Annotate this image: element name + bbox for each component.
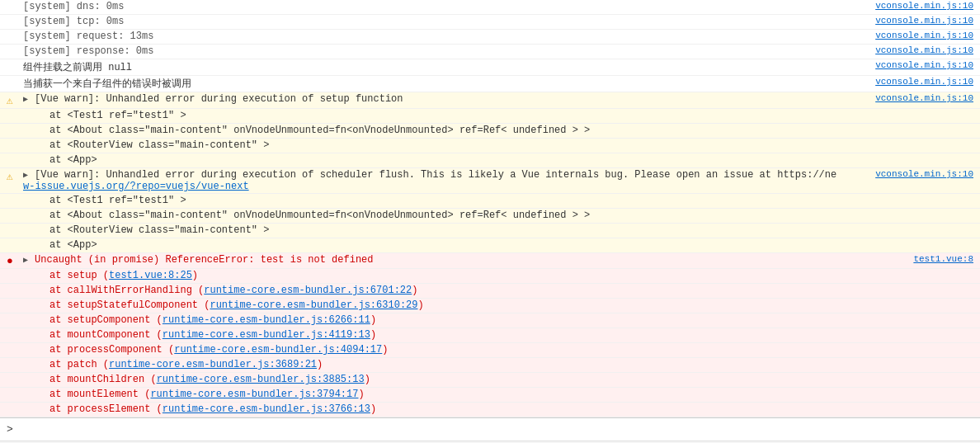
log-line: at callWithErrorHandling (runtime-core.e…: [0, 284, 980, 299]
log-source[interactable]: vconsole.min.js:10: [875, 1, 973, 11]
log-line: at setup (test1.vue:8:25): [0, 269, 980, 284]
log-link[interactable]: runtime-core.esm-bundler.js:6310:29: [210, 299, 417, 311]
log-line: at mountElement (runtime-core.esm-bundle…: [0, 388, 980, 403]
log-content: at <App>: [23, 154, 973, 166]
log-content: at <RouterView class="main-content" >: [23, 139, 973, 151]
log-source[interactable]: vconsole.min.js:10: [875, 93, 973, 103]
input-caret: >: [7, 423, 13, 436]
error-title: ▶ Uncaught (in promise) ReferenceError: …: [23, 254, 374, 266]
log-content: 组件挂载之前调用 null: [23, 60, 869, 74]
log-line: [system] response: 0msvconsole.min.js:10: [0, 45, 980, 59]
log-line: at setupComponent (runtime-core.esm-bund…: [0, 313, 980, 328]
log-line: ⚠▶ [Vue warn]: Unhandled error during ex…: [0, 92, 980, 109]
expand-arrow[interactable]: ▶: [23, 171, 33, 180]
input-line[interactable]: >: [0, 417, 980, 441]
log-line: at <App>: [0, 153, 980, 168]
log-source[interactable]: vconsole.min.js:10: [875, 31, 973, 40]
log-source[interactable]: vconsole.min.js:10: [875, 16, 973, 26]
log-content: at callWithErrorHandling (runtime-core.e…: [23, 285, 973, 296]
console-container: [system] dns: 0msvconsole.min.js:10[syst…: [0, 0, 980, 443]
log-content: at mountElement (runtime-core.esm-bundle…: [23, 389, 973, 400]
log-content: ▶ [Vue warn]: Unhandled error during exe…: [23, 169, 869, 192]
log-line: at processComponent (runtime-core.esm-bu…: [0, 343, 980, 358]
log-link[interactable]: runtime-core.esm-bundler.js:3766:13: [163, 403, 370, 415]
log-content: at patch (runtime-core.esm-bundler.js:36…: [23, 359, 973, 370]
log-link[interactable]: runtime-core.esm-bundler.js:6701:22: [204, 285, 412, 296]
log-line: at processElement (runtime-core.esm-bund…: [0, 403, 980, 417]
log-content: 当捕获一个来自子组件的错误时被调用: [23, 77, 869, 91]
log-source[interactable]: vconsole.min.js:10: [875, 60, 973, 70]
extra-link[interactable]: w-issue.vuejs.org/?repo=vuejs/vue-next: [23, 181, 249, 192]
log-link[interactable]: runtime-core.esm-bundler.js:4094:17: [174, 344, 382, 356]
log-content: at processElement (runtime-core.esm-bund…: [23, 403, 973, 415]
log-content: [system] tcp: 0ms: [23, 16, 869, 27]
log-line: at <RouterView class="main-content" >: [0, 224, 980, 238]
log-line: at mountComponent (runtime-core.esm-bund…: [0, 328, 980, 343]
log-content: at processComponent (runtime-core.esm-bu…: [23, 344, 973, 356]
log-content: at setupComponent (runtime-core.esm-bund…: [23, 314, 973, 326]
log-content: at mountChildren (runtime-core.esm-bundl…: [23, 374, 973, 385]
console-input[interactable]: [18, 424, 973, 436]
log-line: at <About class="main-content" onVnodeUn…: [0, 209, 980, 224]
log-line: ●▶ Uncaught (in promise) ReferenceError:…: [0, 253, 980, 269]
log-content: at mountComponent (runtime-core.esm-bund…: [23, 329, 973, 341]
log-line: at patch (runtime-core.esm-bundler.js:36…: [0, 358, 980, 373]
warn-icon: ⚠: [7, 95, 13, 107]
log-content: at <Test1 ref="test1" >: [23, 195, 973, 206]
log-line: at <App>: [0, 238, 980, 253]
log-content: ▶ [Vue warn]: Unhandled error during exe…: [23, 93, 869, 105]
log-icon: ⚠: [7, 94, 20, 107]
log-link[interactable]: test1.vue:8:25: [109, 270, 192, 281]
log-content: [system] request: 13ms: [23, 31, 869, 42]
log-line: [system] request: 13msvconsole.min.js:10: [0, 30, 980, 45]
log-line: at <RouterView class="main-content" >: [0, 139, 980, 153]
log-source[interactable]: vconsole.min.js:10: [875, 45, 973, 55]
log-line: [system] dns: 0msvconsole.min.js:10: [0, 0, 980, 15]
log-line: at <Test1 ref="test1" >: [0, 194, 980, 209]
log-icon: ●: [7, 255, 20, 267]
log-content: at <App>: [23, 239, 973, 251]
log-line: at <About class="main-content" onVnodeUn…: [0, 124, 980, 139]
log-content: [system] response: 0ms: [23, 45, 869, 57]
log-icon: ⚠: [7, 170, 20, 183]
log-content: at setup (test1.vue:8:25): [23, 270, 973, 281]
log-link[interactable]: runtime-core.esm-bundler.js:3689:21: [109, 359, 317, 370]
log-content: at setupStatefulComponent (runtime-core.…: [23, 299, 973, 311]
log-line: at mountChildren (runtime-core.esm-bundl…: [0, 373, 980, 388]
log-link[interactable]: runtime-core.esm-bundler.js:3885:13: [157, 374, 365, 385]
log-line: ⚠▶ [Vue warn]: Unhandled error during ex…: [0, 168, 980, 194]
error-icon: ●: [7, 255, 13, 267]
expand-arrow[interactable]: ▶: [23, 95, 33, 104]
log-content: at <RouterView class="main-content" >: [23, 224, 973, 236]
log-content: at <Test1 ref="test1" >: [23, 110, 973, 121]
log-link[interactable]: runtime-core.esm-bundler.js:4119:13: [163, 329, 370, 341]
log-line: at setupStatefulComponent (runtime-core.…: [0, 299, 980, 313]
log-source[interactable]: vconsole.min.js:10: [875, 77, 973, 87]
log-content: [system] dns: 0ms: [23, 1, 869, 12]
log-link[interactable]: runtime-core.esm-bundler.js:3794:17: [150, 389, 358, 400]
expand-arrow[interactable]: ▶: [23, 256, 33, 265]
log-source[interactable]: vconsole.min.js:10: [875, 169, 973, 179]
log-area: [system] dns: 0msvconsole.min.js:10[syst…: [0, 0, 980, 417]
warn-icon: ⚠: [7, 171, 13, 183]
log-source[interactable]: test1.vue:8: [913, 254, 973, 264]
log-line: 当捕获一个来自子组件的错误时被调用vconsole.min.js:10: [0, 76, 980, 92]
log-line: at <Test1 ref="test1" >: [0, 109, 980, 124]
log-content: at <About class="main-content" onVnodeUn…: [23, 125, 973, 136]
log-line: [system] tcp: 0msvconsole.min.js:10: [0, 15, 980, 30]
log-link[interactable]: runtime-core.esm-bundler.js:6266:11: [163, 314, 370, 326]
log-line: 组件挂载之前调用 nullvconsole.min.js:10: [0, 59, 980, 76]
log-content: at <About class="main-content" onVnodeUn…: [23, 210, 973, 221]
log-content: ▶ Uncaught (in promise) ReferenceError: …: [23, 254, 907, 266]
